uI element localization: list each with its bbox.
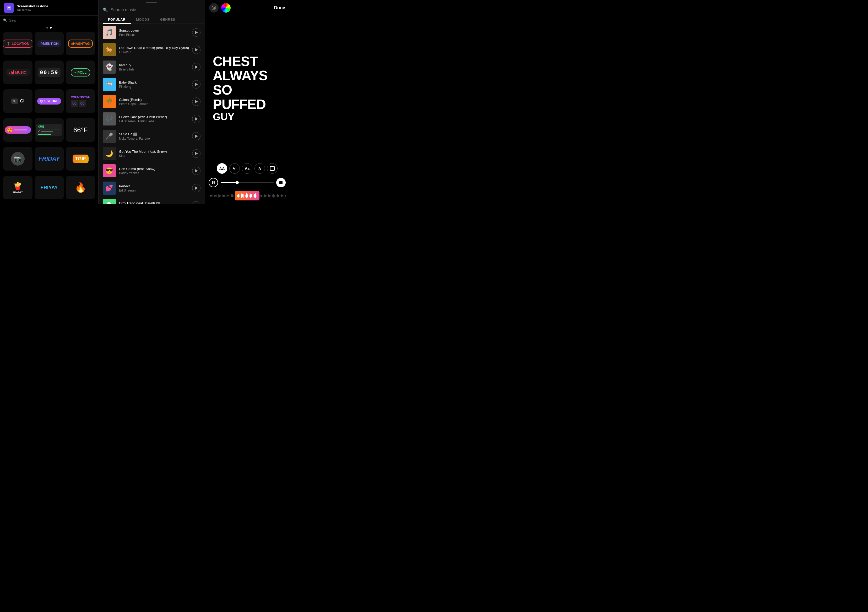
play-arrow-icon	[195, 65, 198, 69]
play-button[interactable]	[192, 46, 200, 54]
app-icon	[4, 3, 14, 13]
waveform-bar	[269, 195, 270, 197]
waveform-bar	[280, 195, 281, 197]
poll-lines-icon: ≡	[74, 70, 76, 74]
play-button[interactable]	[192, 98, 200, 106]
play-button[interactable]	[192, 63, 200, 71]
color-wheel-icon[interactable]	[221, 3, 231, 12]
waveform-bar	[212, 194, 213, 197]
song-thumbnail: 🎶	[103, 112, 116, 125]
text-color-button[interactable]: A	[254, 163, 265, 174]
waveform-row[interactable]: (function(){ var heights = [4,8,6,12,8,5…	[205, 189, 289, 204]
play-button[interactable]	[192, 149, 200, 158]
play-button[interactable]	[192, 28, 200, 37]
drag-handle[interactable]	[99, 0, 205, 5]
text-style-aa-button[interactable]: AA	[217, 163, 227, 174]
waveform-bar-highlighted	[246, 193, 247, 198]
sticker-gif[interactable]: 🔍 GI	[3, 89, 33, 113]
play-button[interactable]	[192, 201, 200, 204]
waveform-bar	[272, 194, 273, 197]
sticker-questions[interactable]: QUESTIONS	[35, 89, 64, 113]
quiz-progress-bar	[38, 133, 51, 135]
sticker-temperature[interactable]: 66°F	[66, 118, 95, 142]
sticker-camera[interactable]: 📷	[3, 147, 33, 170]
lyric-line-3: SO PUFFED	[213, 83, 282, 112]
song-title: Sunset Lover	[119, 29, 189, 33]
music-list-item[interactable]: 🍺Otro Trago (feat. Darell)ESech	[99, 197, 205, 204]
sticker-music[interactable]: MUSIC	[3, 60, 33, 84]
music-list-item[interactable]: 😎Con Calma (feat. Snow)Daddy Yankee	[99, 162, 205, 180]
sticker-hashtag[interactable]: #HASHTAG	[66, 32, 95, 55]
song-info: Baby SharkPinkfong	[119, 81, 189, 88]
tab-moods[interactable]: MOODS	[131, 15, 155, 23]
page-dots	[0, 25, 98, 30]
lyrics-area: CHEST ALWAYS SO PUFFED GUY	[205, 16, 289, 161]
right-panel: Done CHEST ALWAYS SO PUFFED GUY AA A I A…	[205, 0, 289, 204]
waveform-bar	[211, 195, 212, 197]
play-button[interactable]	[192, 80, 200, 88]
music-search-input[interactable]	[111, 8, 200, 12]
music-list-item[interactable]: 🌙Get You The Moon (feat. Snøw)Kina	[99, 145, 205, 162]
sticker-friyay[interactable]: FRIYAY	[35, 176, 64, 199]
tab-genres[interactable]: GENRES	[155, 15, 181, 23]
waveform-bar	[260, 195, 261, 197]
progress-bar[interactable]	[221, 182, 274, 183]
progress-fill	[221, 182, 237, 183]
play-button[interactable]	[192, 184, 200, 192]
music-list-item[interactable]: 🐎Old Town Road (Remix) (feat. Billy Ray …	[99, 41, 205, 59]
waveform-bar	[278, 195, 279, 197]
music-list-item[interactable]: 👻bad guyBillie Eilish	[99, 59, 205, 76]
sticker-fryday[interactable]: 🍟 FRY-DAY	[3, 176, 33, 199]
progress-thumb[interactable]	[236, 181, 239, 184]
sticker-friday[interactable]: FRIDAY	[35, 147, 64, 170]
sticker-poll[interactable]: ≡ POLL	[66, 60, 95, 84]
sticker-slider[interactable]: 😍	[3, 118, 33, 142]
song-title: bad guy	[119, 63, 189, 67]
right-header: Done	[205, 0, 289, 16]
music-list-item[interactable]: 🎵Sunset LoverPetit Biscuit	[99, 24, 205, 41]
sticker-countdown2[interactable]: COUNTDOWN 00 00	[66, 89, 95, 113]
waveform-bar	[227, 195, 228, 197]
waveform-bar	[219, 195, 220, 197]
play-button[interactable]	[192, 132, 200, 140]
search-top-bar: 🔍 Sea	[0, 16, 98, 25]
stop-button[interactable]	[276, 178, 286, 187]
box-icon	[270, 166, 275, 171]
sticker-countdown[interactable]: 00:59	[35, 60, 64, 84]
song-thumbnail: 🎵	[103, 26, 116, 39]
music-tabs: POPULAR MOODS GENRES	[99, 15, 205, 24]
waveform-bar	[277, 194, 278, 197]
text-size-button[interactable]: Aa	[242, 163, 253, 174]
waveform-bar-highlighted	[255, 193, 256, 198]
sticker-picker-icon[interactable]	[209, 3, 219, 12]
sticker-quiz[interactable]: QUIZ ✓ —————	[35, 118, 64, 142]
middle-panel: 🔍 POPULAR MOODS GENRES 🎵Sunset LoverPeti…	[99, 0, 205, 204]
notification-bar[interactable]: Screenshot is done Tap to view	[0, 0, 98, 16]
dot-2[interactable]	[50, 27, 52, 29]
music-list-item[interactable]: 🎶I Don't Care (with Justin Bieber)Ed She…	[99, 110, 205, 128]
text-box-button[interactable]	[267, 163, 277, 174]
header-icons	[209, 3, 231, 12]
waveform-bar	[222, 194, 223, 197]
sticker-tgif[interactable]: TGIF	[66, 147, 95, 170]
tab-popular[interactable]: POPULAR	[103, 15, 131, 23]
play-button[interactable]	[192, 115, 200, 123]
done-button[interactable]: Done	[274, 5, 285, 11]
music-list-item[interactable]: 🎤Si Se DaEMyke Towers, Farruko	[99, 128, 205, 145]
play-button[interactable]	[192, 167, 200, 175]
song-title: I Don't Care (with Justin Bieber)	[119, 115, 189, 119]
sticker-fire[interactable]: 🔥	[66, 176, 95, 199]
slider-emoji-icon: 😍	[7, 127, 12, 133]
sticker-location[interactable]: 📍 LOCATION	[3, 32, 33, 55]
music-list-item[interactable]: 💕PerfectEd Sheeran	[99, 180, 205, 197]
waveform-bar	[267, 195, 267, 197]
explicit-badge: E	[133, 133, 137, 136]
dot-1[interactable]	[46, 27, 48, 29]
music-list-item[interactable]: 🌴Calma (Remix)Pedro Capó, Farruko	[99, 93, 205, 110]
music-list-item[interactable]: 🦈Baby SharkPinkfong	[99, 76, 205, 93]
sticker-mention[interactable]: @MENTION	[35, 32, 64, 55]
waveform-bar	[228, 195, 229, 196]
song-info: bad guyBillie Eilish	[119, 63, 189, 71]
text-style-lines-button[interactable]: A I	[229, 163, 240, 174]
waveform-bar-highlighted	[243, 194, 244, 198]
